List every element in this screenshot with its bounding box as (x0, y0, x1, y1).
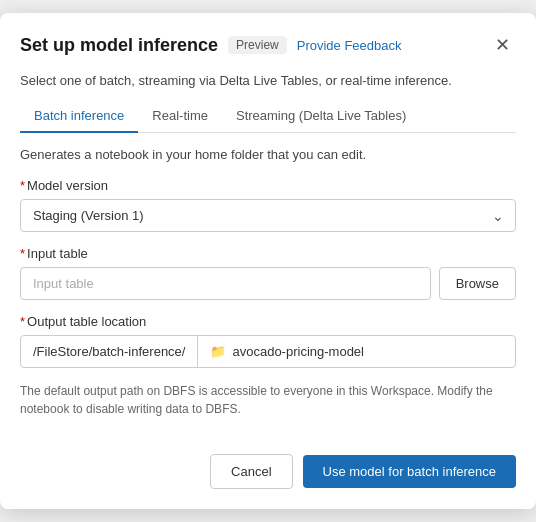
output-table-field: * Output table location /FileStore/batch… (20, 314, 516, 368)
modal-footer: Cancel Use model for batch inference (0, 438, 536, 509)
info-text: The default output path on DBFS is acces… (20, 382, 516, 418)
section-description: Generates a notebook in your home folder… (20, 147, 516, 162)
model-version-label-text: Model version (27, 178, 108, 193)
tab-bar: Batch inference Real-time Streaming (Del… (20, 100, 516, 133)
output-table-row: /FileStore/batch-inference/ 📁 avocado-pr… (20, 335, 516, 368)
close-button[interactable]: ✕ (488, 31, 516, 59)
modal-title: Set up model inference (20, 35, 218, 56)
output-path: /FileStore/batch-inference/ (21, 336, 198, 367)
output-model-name-text: avocado-pricing-model (232, 344, 364, 359)
modal-body: Select one of batch, streaming via Delta… (0, 71, 536, 438)
model-version-select-wrapper: Staging (Version 1) ⌄ (20, 199, 516, 232)
model-version-field: * Model version Staging (Version 1) ⌄ (20, 178, 516, 232)
input-table-input[interactable] (20, 267, 431, 300)
tab-real-time[interactable]: Real-time (138, 100, 222, 133)
folder-icon: 📁 (210, 344, 226, 359)
input-table-label: * Input table (20, 246, 516, 261)
input-table-row: Browse (20, 267, 516, 300)
input-table-required-star: * (20, 246, 25, 261)
model-version-select[interactable]: Staging (Version 1) (20, 199, 516, 232)
use-model-button[interactable]: Use model for batch inference (303, 455, 516, 488)
tab-batch-inference[interactable]: Batch inference (20, 100, 138, 133)
output-table-label-text: Output table location (27, 314, 146, 329)
model-version-label: * Model version (20, 178, 516, 193)
modal-header: Set up model inference Preview Provide F… (0, 13, 536, 71)
model-version-required-star: * (20, 178, 25, 193)
input-table-label-text: Input table (27, 246, 88, 261)
input-table-field: * Input table Browse (20, 246, 516, 300)
tab-streaming[interactable]: Streaming (Delta Live Tables) (222, 100, 420, 133)
provide-feedback-link[interactable]: Provide Feedback (297, 38, 402, 53)
browse-button[interactable]: Browse (439, 267, 516, 300)
modal: Set up model inference Preview Provide F… (0, 13, 536, 509)
output-table-required-star: * (20, 314, 25, 329)
output-model-name: 📁 avocado-pricing-model (198, 336, 376, 367)
preview-badge: Preview (228, 36, 287, 54)
cancel-button[interactable]: Cancel (210, 454, 292, 489)
subtitle: Select one of batch, streaming via Delta… (20, 71, 516, 88)
output-table-label: * Output table location (20, 314, 516, 329)
